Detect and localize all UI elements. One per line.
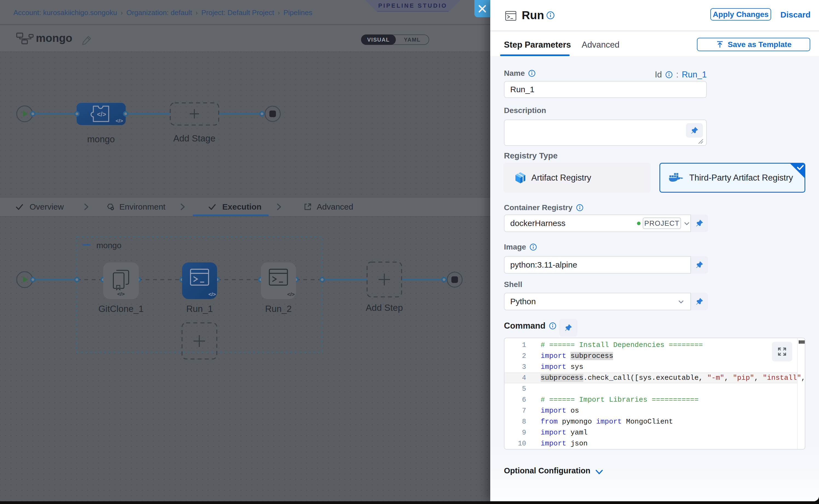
svg-text:</>: </> [287,291,294,297]
svg-text:</>: </> [208,291,216,297]
svg-text:</>: </> [97,111,106,118]
svg-text:</>: </> [117,291,124,297]
svg-text:</>: </> [115,118,123,124]
